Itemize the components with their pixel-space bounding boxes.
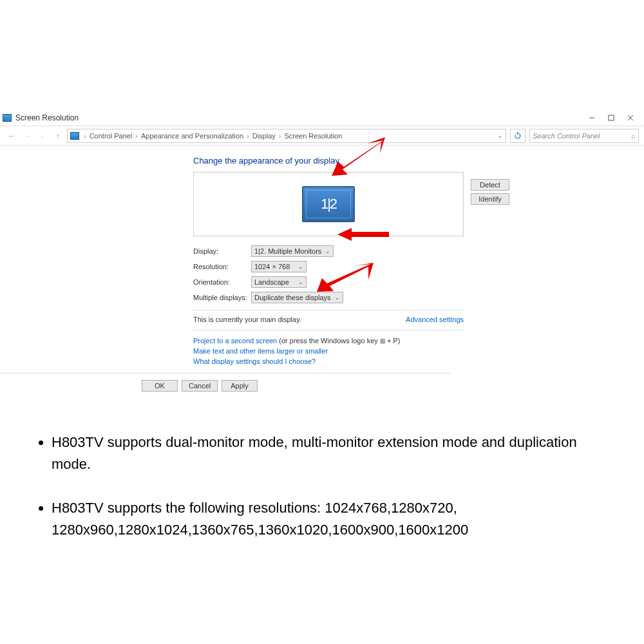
ok-button[interactable]: OK <box>142 380 178 392</box>
up-button[interactable]: ↑ <box>52 129 64 142</box>
control-panel-icon <box>3 114 12 122</box>
project-suffix-text2: + P) <box>385 337 401 345</box>
orientation-select[interactable]: Landscape⌄ <box>251 276 307 288</box>
breadcrumb-control-panel[interactable]: Control Panel <box>90 132 133 140</box>
project-suffix-text: (or press the Windows logo key <box>277 337 380 345</box>
divider <box>193 330 464 330</box>
main-display-status: This is currently your main display. <box>193 316 301 323</box>
close-button[interactable] <box>621 111 640 125</box>
display-select[interactable]: 1|2. Multiple Monitors⌄ <box>251 245 334 257</box>
annotation-arrow-icon <box>328 137 386 185</box>
resolution-select[interactable]: 1024 × 768⌄ <box>251 261 307 272</box>
cancel-button[interactable]: Cancel <box>182 380 218 392</box>
svg-marker-6 <box>337 228 389 241</box>
screen-resolution-window: Screen Resolution ← → ⌄ ↑ › Control Pane… <box>0 109 644 398</box>
help-links: Project to a second screen (or press the… <box>193 337 644 365</box>
apply-button[interactable]: Apply <box>222 380 258 392</box>
chevron-right-icon: › <box>247 132 249 140</box>
monitor-label: 1|2 <box>321 196 336 213</box>
back-button[interactable]: ← <box>5 129 18 142</box>
search-box[interactable]: 🔍 ⌕ <box>529 129 639 143</box>
window-controls <box>582 111 640 125</box>
address-bar[interactable]: › Control Panel › Appearance and Persona… <box>67 129 506 143</box>
text-size-link[interactable]: Make text and other items larger or smal… <box>193 347 328 355</box>
display-label: Display: <box>193 247 251 255</box>
page-title: Change the appearance of your display <box>193 156 644 166</box>
svg-marker-4 <box>516 132 518 135</box>
control-panel-icon <box>70 132 79 140</box>
navbar: ← → ⌄ ↑ › Control Panel › Appearance and… <box>0 126 644 146</box>
svg-rect-1 <box>609 115 614 120</box>
identify-button[interactable]: Identify <box>471 193 509 205</box>
titlebar: Screen Resolution <box>0 109 644 126</box>
svg-marker-5 <box>332 137 385 176</box>
annotation-arrow-icon <box>337 227 389 245</box>
breadcrumb-appearance[interactable]: Appearance and Personalization <box>141 132 243 140</box>
chevron-down-icon: ⌄ <box>298 279 303 285</box>
breadcrumb-display[interactable]: Display <box>252 132 276 140</box>
bullet-text: H803TV supports the following resolution… <box>52 497 612 541</box>
annotation-arrow-icon <box>316 263 374 298</box>
project-second-screen-link[interactable]: Project to a second screen <box>193 337 277 345</box>
multiple-displays-label: Multiple displays: <box>193 294 251 301</box>
forward-button[interactable]: → <box>21 129 33 142</box>
chevron-down-icon: ⌄ <box>298 263 303 270</box>
divider <box>193 310 464 310</box>
chevron-down-icon[interactable]: ⌄ <box>497 131 503 140</box>
windows-key-icon: ⊞ <box>380 337 385 345</box>
resolution-label: Resolution: <box>193 263 251 270</box>
caption-bullets: H803TV supports dual-monitor mode, multi… <box>32 431 612 563</box>
dialog-buttons: OK Cancel Apply <box>0 373 451 398</box>
orientation-label: Orientation: <box>193 278 251 286</box>
refresh-button[interactable] <box>510 129 526 143</box>
bullet-text: H803TV supports dual-monitor mode, multi… <box>52 431 612 475</box>
chevron-right-icon: › <box>84 132 86 140</box>
window-title: Screen Resolution <box>15 113 582 122</box>
search-icon: ⌕ <box>631 132 636 140</box>
advanced-settings-link[interactable]: Advanced settings <box>406 316 464 323</box>
search-input[interactable] <box>533 132 636 140</box>
maximize-button[interactable] <box>601 111 621 125</box>
monitor-icon[interactable]: 1|2 <box>302 186 355 222</box>
detect-button[interactable]: Detect <box>471 179 509 191</box>
svg-marker-7 <box>317 263 374 292</box>
minimize-button[interactable] <box>582 111 601 125</box>
chevron-right-icon: › <box>135 132 138 140</box>
chevron-right-icon: › <box>279 132 281 140</box>
which-settings-link[interactable]: What display settings should I choose? <box>193 357 316 365</box>
chevron-down-icon: ⌄ <box>325 248 330 254</box>
recent-dropdown[interactable]: ⌄ <box>36 129 49 142</box>
